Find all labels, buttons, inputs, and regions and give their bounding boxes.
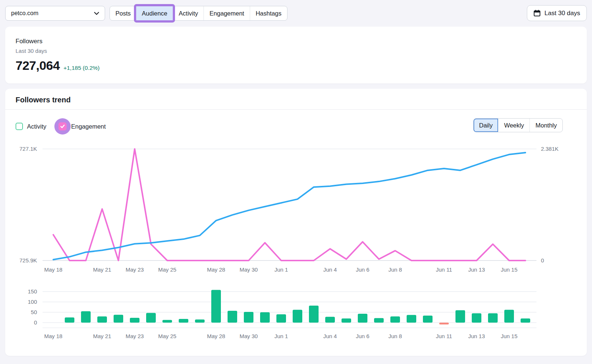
x-axis-label: Jun 11 bbox=[436, 266, 452, 273]
followers-summary-card: Followers Last 30 days 727,064 +1,185 (0… bbox=[5, 27, 587, 84]
engagement-checkbox[interactable] bbox=[54, 118, 71, 135]
followers-trend-card: Followers trend Activity Engagement Dail… bbox=[5, 89, 587, 356]
bar-x-axis-label: May 18 bbox=[44, 333, 62, 339]
granularity-daily[interactable]: Daily bbox=[474, 119, 498, 132]
x-axis-label: Jun 1 bbox=[275, 266, 288, 273]
daily-followers-bar bbox=[358, 314, 367, 323]
engagement-checkbox-label: Engagement bbox=[71, 123, 106, 130]
granularity-monthly[interactable]: Monthly bbox=[529, 119, 562, 132]
left-axis-max-label: 727.1K bbox=[19, 146, 37, 152]
bar-x-axis-label: Jun 8 bbox=[388, 333, 402, 339]
x-axis-label: May 18 bbox=[44, 266, 62, 273]
series-toggles: Activity Engagement bbox=[16, 118, 106, 135]
daily-followers-bar bbox=[228, 311, 237, 323]
check-icon bbox=[60, 124, 65, 129]
chevron-down-icon bbox=[94, 12, 99, 15]
bar-y-axis-label: 0 bbox=[34, 319, 37, 326]
bar-x-axis-label: Jun 13 bbox=[468, 333, 485, 339]
tab-posts[interactable]: Posts bbox=[110, 6, 136, 20]
x-axis-label: May 25 bbox=[158, 266, 176, 273]
x-axis-label: May 23 bbox=[125, 266, 144, 273]
x-axis-label: Jun 6 bbox=[356, 266, 370, 273]
daily-followers-bar bbox=[179, 319, 188, 323]
daily-followers-bar bbox=[65, 317, 74, 323]
daily-followers-bar bbox=[521, 319, 530, 323]
followers-title: Followers bbox=[16, 38, 576, 45]
tab-engagement[interactable]: Engagement bbox=[204, 6, 250, 20]
engagement-checkbox-box[interactable] bbox=[58, 122, 67, 130]
right-axis-max-label: 2.381K bbox=[541, 146, 559, 152]
daily-followers-bar bbox=[325, 317, 335, 323]
granularity-weekly[interactable]: Weekly bbox=[498, 119, 529, 132]
date-range-button[interactable]: Last 30 days bbox=[527, 5, 587, 21]
daily-followers-bar bbox=[146, 313, 156, 323]
daily-followers-bar bbox=[390, 316, 400, 323]
x-axis-label: May 30 bbox=[239, 266, 258, 273]
daily-followers-bar bbox=[81, 311, 91, 323]
daily-followers-bar bbox=[162, 320, 172, 323]
daily-followers-bar bbox=[195, 320, 205, 323]
bar-x-axis-label: Jun 15 bbox=[501, 333, 517, 339]
tab-activity[interactable]: Activity bbox=[173, 6, 204, 20]
bar-x-axis-label: May 23 bbox=[125, 333, 144, 339]
daily-followers-bar bbox=[97, 316, 107, 323]
profile-selector[interactable]: petco.com bbox=[5, 6, 105, 21]
x-axis-label: Jun 4 bbox=[323, 266, 337, 273]
followers-line bbox=[53, 153, 525, 259]
profile-selector-value: petco.com bbox=[11, 10, 38, 17]
daily-followers-bar bbox=[260, 312, 270, 323]
daily-followers-bar-chart: 150100500May 18May 21May 23May 25May 28M… bbox=[5, 281, 587, 344]
daily-followers-bar bbox=[342, 319, 351, 323]
calendar-icon bbox=[534, 10, 541, 17]
x-axis-label: May 21 bbox=[93, 266, 111, 273]
bar-x-axis-label: Jun 1 bbox=[275, 333, 288, 339]
followers-delta-badge: +1,185 (0.2%) bbox=[63, 65, 100, 71]
daily-followers-bar-negative bbox=[439, 323, 449, 324]
left-axis-min-label: 725.9K bbox=[19, 257, 37, 263]
date-range-label: Last 30 days bbox=[545, 10, 580, 17]
activity-checkbox-label: Activity bbox=[27, 123, 46, 130]
daily-followers-bar bbox=[309, 306, 319, 323]
bar-y-axis-label: 150 bbox=[28, 288, 37, 295]
granularity-toggle: Daily Weekly Monthly bbox=[473, 118, 563, 132]
bar-x-axis-label: May 25 bbox=[158, 333, 176, 339]
daily-followers-bar bbox=[114, 315, 123, 323]
followers-trend-line-chart: 727.1K725.9K2.381K0May 18May 21May 23May… bbox=[5, 140, 587, 276]
tab-hashtags[interactable]: Hashtags bbox=[250, 6, 287, 20]
engagement-line bbox=[53, 149, 525, 261]
trend-card-title: Followers trend bbox=[16, 96, 71, 104]
daily-followers-bar bbox=[407, 315, 416, 323]
section-tabs: Posts Audience Activity Engagement Hasht… bbox=[110, 6, 287, 21]
right-axis-min-label: 0 bbox=[541, 257, 544, 263]
daily-followers-bar bbox=[423, 316, 433, 323]
bar-x-axis-label: May 28 bbox=[207, 333, 225, 339]
daily-followers-bar bbox=[293, 310, 302, 323]
bar-y-axis-label: 100 bbox=[28, 299, 37, 305]
bar-x-axis-label: May 21 bbox=[93, 333, 111, 339]
bar-x-axis-label: Jun 6 bbox=[356, 333, 370, 339]
x-axis-label: May 28 bbox=[207, 266, 225, 273]
followers-subtitle: Last 30 days bbox=[16, 48, 576, 54]
x-axis-label: Jun 13 bbox=[468, 266, 485, 273]
tab-audience[interactable]: Audience bbox=[136, 6, 173, 20]
daily-followers-bar bbox=[374, 318, 384, 323]
bar-x-axis-label: May 30 bbox=[239, 333, 258, 339]
daily-followers-bar bbox=[488, 313, 498, 323]
bar-y-axis-label: 50 bbox=[31, 309, 37, 315]
x-axis-label: Jun 8 bbox=[388, 266, 402, 273]
bar-x-axis-label: Jun 11 bbox=[436, 333, 452, 339]
daily-followers-bar bbox=[211, 290, 221, 323]
daily-followers-bar bbox=[455, 310, 465, 323]
divider bbox=[5, 109, 587, 110]
daily-followers-bar bbox=[472, 313, 481, 323]
x-axis-label: Jun 15 bbox=[501, 266, 517, 273]
daily-followers-bar bbox=[504, 310, 514, 323]
bar-x-axis-label: Jun 4 bbox=[323, 333, 337, 339]
daily-followers-bar bbox=[130, 318, 139, 323]
daily-followers-bar bbox=[276, 314, 286, 323]
followers-count: 727,064 bbox=[16, 58, 60, 73]
activity-checkbox[interactable] bbox=[16, 123, 23, 130]
daily-followers-bar bbox=[244, 312, 253, 323]
